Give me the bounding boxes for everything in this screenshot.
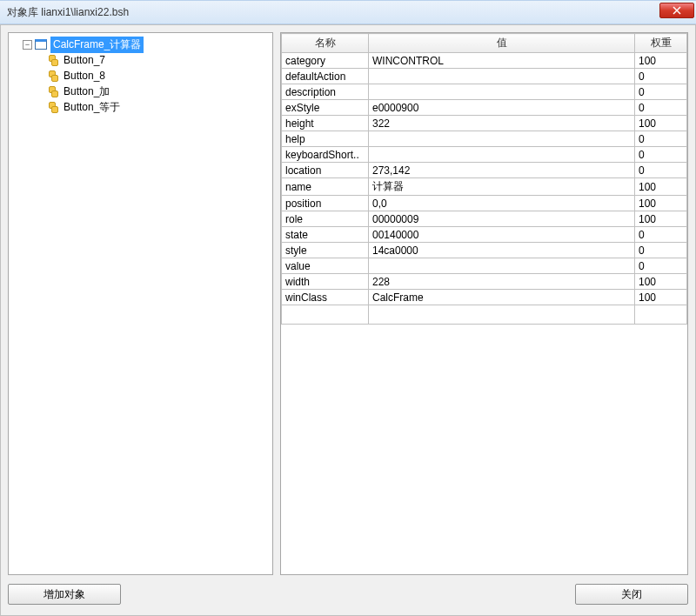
cell-name[interactable]: winClass: [282, 290, 369, 305]
table-header-row: 名称 值 权重: [282, 34, 687, 53]
tree-child-label[interactable]: Button_8: [61, 69, 108, 83]
cell-name[interactable]: keyboardShort..: [282, 147, 369, 163]
properties-table[interactable]: 名称 值 权重 categoryWINCONTROL100defaultActi…: [281, 33, 687, 325]
object-tree-panel[interactable]: − CalcFrame_计算器 Button_7Button_8Button_加…: [8, 32, 273, 575]
cell-value[interactable]: [369, 84, 635, 100]
cell-weight[interactable]: 0: [635, 147, 687, 163]
window-title: 对象库 lianxi1\lianxi22.bsh: [7, 5, 129, 20]
cell-weight[interactable]: 0: [635, 69, 687, 84]
close-button[interactable]: 关闭: [575, 584, 688, 605]
col-header-value[interactable]: 值: [369, 34, 635, 53]
cell-name[interactable]: position: [282, 196, 369, 211]
object-icon: [47, 86, 57, 97]
cell-weight[interactable]: 100: [635, 274, 687, 290]
titlebar: 对象库 lianxi1\lianxi22.bsh: [0, 0, 696, 24]
cell-name[interactable]: name: [282, 178, 369, 196]
table-row[interactable]: position0,0100: [282, 196, 687, 211]
tree-root-row[interactable]: − CalcFrame_计算器: [10, 37, 271, 52]
cell-weight[interactable]: 100: [635, 196, 687, 211]
cell-value[interactable]: 00140000: [369, 227, 635, 243]
window-close-button[interactable]: [659, 3, 694, 18]
cell-name[interactable]: category: [282, 53, 369, 69]
cell-name[interactable]: defaultAction: [282, 69, 369, 84]
cell-name[interactable]: style: [282, 243, 369, 258]
cell-weight[interactable]: 0: [635, 100, 687, 116]
table-row[interactable]: name计算器100: [282, 178, 687, 196]
cell-weight[interactable]: 0: [635, 131, 687, 147]
cell-name[interactable]: exStyle: [282, 100, 369, 116]
table-row[interactable]: role00000009100: [282, 211, 687, 227]
cell-weight[interactable]: 0: [635, 258, 687, 274]
table-row[interactable]: help0: [282, 131, 687, 147]
button-row: 增加对象 关闭: [8, 580, 688, 608]
cell-value[interactable]: [369, 258, 635, 274]
main-row: − CalcFrame_计算器 Button_7Button_8Button_加…: [8, 32, 688, 575]
table-row[interactable]: location273,1420: [282, 163, 687, 178]
content-area: − CalcFrame_计算器 Button_7Button_8Button_加…: [0, 24, 696, 616]
tree-root-label[interactable]: CalcFrame_计算器: [50, 37, 144, 53]
cell-value[interactable]: 00000009: [369, 211, 635, 227]
table-row[interactable]: style14ca00000: [282, 243, 687, 258]
tree-child-label[interactable]: Button_加: [61, 84, 112, 100]
table-row[interactable]: state001400000: [282, 227, 687, 243]
table-row[interactable]: width228100: [282, 274, 687, 290]
cell-value[interactable]: 计算器: [369, 178, 635, 196]
cell-value[interactable]: [369, 147, 635, 163]
cell-weight[interactable]: 0: [635, 84, 687, 100]
cell-name[interactable]: height: [282, 116, 369, 131]
col-header-name[interactable]: 名称: [282, 34, 369, 53]
table-row[interactable]: height322100: [282, 116, 687, 131]
cell-name[interactable]: value: [282, 258, 369, 274]
object-icon: [47, 102, 57, 112]
cell-weight[interactable]: 100: [635, 211, 687, 227]
table-row[interactable]: defaultAction0: [282, 69, 687, 84]
tree-child-label[interactable]: Button_等于: [61, 99, 123, 116]
cell-weight[interactable]: 0: [635, 227, 687, 243]
object-icon: [47, 70, 57, 81]
cell-value[interactable]: 0,0: [369, 196, 635, 211]
cell-weight[interactable]: 100: [635, 53, 687, 69]
table-row[interactable]: keyboardShort..0: [282, 147, 687, 163]
col-header-weight[interactable]: 权重: [635, 34, 687, 53]
cell-value[interactable]: [369, 131, 635, 147]
close-icon: [673, 6, 681, 15]
tree-child-row[interactable]: Button_8: [10, 68, 271, 84]
tree-child-row[interactable]: Button_等于: [10, 99, 271, 115]
tree-child-row[interactable]: Button_加: [10, 84, 271, 99]
cell-value[interactable]: 322: [369, 116, 635, 131]
cell-value[interactable]: 14ca0000: [369, 243, 635, 258]
object-icon: [47, 55, 57, 65]
expand-toggle-icon[interactable]: −: [23, 40, 32, 50]
table-row[interactable]: exStylee00009000: [282, 100, 687, 116]
cell-value[interactable]: CalcFrame: [369, 290, 635, 305]
cell-weight[interactable]: 0: [635, 163, 687, 178]
cell-weight[interactable]: 0: [635, 243, 687, 258]
window-icon: [35, 39, 47, 50]
cell-value[interactable]: WINCONTROL: [369, 53, 635, 69]
table-row[interactable]: winClassCalcFrame100: [282, 290, 687, 305]
properties-panel: 名称 值 权重 categoryWINCONTROL100defaultActi…: [280, 32, 688, 575]
cell-name[interactable]: help: [282, 131, 369, 147]
cell-name[interactable]: role: [282, 211, 369, 227]
add-object-button[interactable]: 增加对象: [8, 584, 121, 605]
cell-weight[interactable]: 100: [635, 178, 687, 196]
cell-name[interactable]: description: [282, 84, 369, 100]
cell-name[interactable]: location: [282, 163, 369, 178]
cell-value[interactable]: 273,142: [369, 163, 635, 178]
table-row[interactable]: description0: [282, 84, 687, 100]
cell-weight[interactable]: 100: [635, 290, 687, 305]
cell-value[interactable]: 228: [369, 274, 635, 290]
cell-value[interactable]: [369, 69, 635, 84]
tree-child-label[interactable]: Button_7: [61, 53, 108, 67]
table-row[interactable]: value0: [282, 258, 687, 274]
table-filler-row: [282, 305, 687, 325]
table-row[interactable]: categoryWINCONTROL100: [282, 53, 687, 69]
cell-value[interactable]: e0000900: [369, 100, 635, 116]
tree-child-row[interactable]: Button_7: [10, 52, 271, 68]
cell-weight[interactable]: 100: [635, 116, 687, 131]
cell-name[interactable]: state: [282, 227, 369, 243]
cell-name[interactable]: width: [282, 274, 369, 290]
